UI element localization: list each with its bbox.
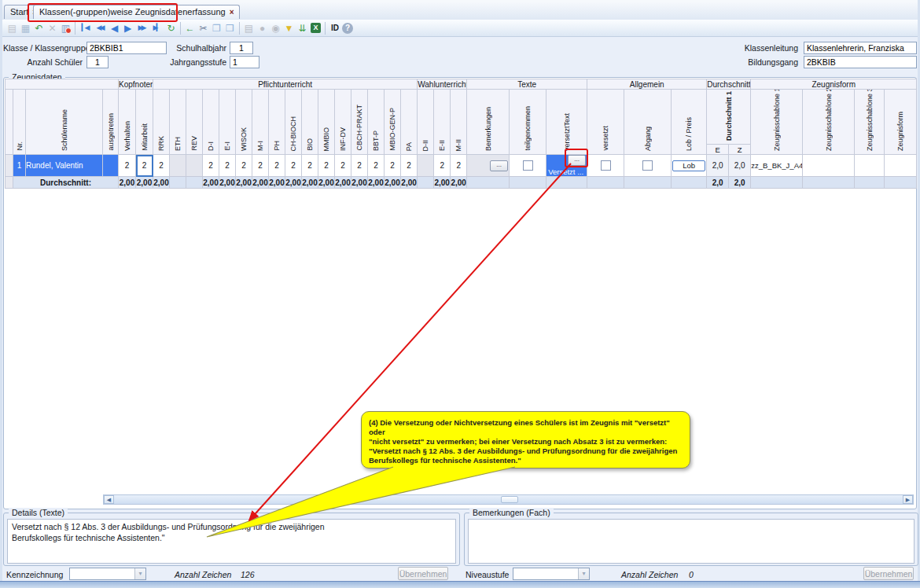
nav-fast-next-icon[interactable]: ▶▶ [134, 21, 149, 35]
header-d1[interactable]: D-I [203, 90, 219, 155]
cell-zschab2[interactable] [803, 155, 855, 177]
paste-icon[interactable]: ❒ [223, 21, 237, 35]
header-nr[interactable]: Nr. [13, 90, 26, 155]
copy-icon[interactable]: ❐ [210, 21, 223, 35]
horizontal-scrollbar[interactable]: ◀ ▶ [103, 494, 914, 505]
niveaustufe-combo[interactable]: ▾ [513, 568, 590, 580]
edit-record-icon[interactable]: ▥ [59, 21, 72, 35]
scroll-right-icon[interactable]: ▶ [903, 495, 913, 504]
cell-rrk[interactable]: 2 [153, 155, 170, 177]
cell-m1[interactable]: 2 [252, 155, 269, 177]
kennzeichnung-combo[interactable]: ▾ [69, 568, 146, 580]
hint-icon[interactable]: ◉ [269, 21, 282, 35]
header-versetzt[interactable]: versetzt [587, 90, 624, 155]
cell-bio[interactable]: 2 [302, 155, 318, 177]
header-bbtp[interactable]: BBT-P [368, 90, 385, 155]
filter-icon[interactable]: ▼ [282, 21, 296, 35]
scroll-left-icon[interactable]: ◀ [104, 495, 114, 504]
chevron-down-icon[interactable]: ▾ [578, 568, 589, 579]
cell-wisok[interactable]: 2 [236, 155, 252, 177]
cell-m2[interactable]: 2 [451, 155, 467, 177]
header-rev[interactable]: REV [186, 90, 203, 155]
uebernehmen2-button[interactable]: Übernehmen [863, 567, 914, 580]
cell-verhalten[interactable]: 2 [119, 155, 136, 177]
cell-d1[interactable]: 2 [203, 155, 219, 177]
cell-mbiogenp[interactable]: 2 [385, 155, 401, 177]
cell-infdv[interactable]: 2 [335, 155, 351, 177]
cell-versetztText[interactable]: ...Versetzt ... [546, 155, 587, 177]
bemerkungen-text-area[interactable] [468, 519, 914, 564]
cell-schuelername[interactable]: Rundel, Valentin [26, 155, 103, 177]
header-mitarbeit[interactable]: Mitarbeit [136, 90, 153, 155]
cell-bbtp[interactable]: 2 [368, 155, 385, 177]
subheader-avg_z[interactable]: Z [729, 145, 751, 155]
cell-zform[interactable] [885, 155, 917, 177]
header-bemerkungen[interactable]: Bemerkungen [467, 90, 510, 155]
checkbox-abgang[interactable] [642, 160, 653, 171]
header-chbioch[interactable]: CH-BIOCH [285, 90, 302, 155]
header-durchschnitt-1[interactable]: Durchschnitt 1 [707, 90, 751, 145]
header-e1[interactable]: E-I [219, 90, 236, 155]
undo-icon[interactable]: ↶ [32, 21, 46, 35]
column-transfer-icon[interactable]: ⇊ [296, 21, 309, 35]
delete-icon[interactable]: ✕ [46, 21, 59, 35]
details-text-area[interactable]: Versetzt nach § 12 Abs. 3 der Ausbildung… [7, 519, 456, 564]
header-cbchprakt[interactable]: CBCH-PRAKT [351, 90, 368, 155]
header-bio[interactable]: BIO [302, 90, 318, 155]
cell-ausgetreten[interactable] [103, 155, 119, 177]
bildungsgang-input[interactable] [804, 56, 917, 68]
cell-mmbio[interactable]: 2 [318, 155, 335, 177]
cut-icon[interactable]: ✂ [197, 21, 210, 35]
ellipsis-button-bemerkungen[interactable]: ... [490, 160, 508, 171]
nav-fast-prev-icon[interactable]: ◀◀ [93, 21, 108, 35]
excel-export-icon[interactable]: X [311, 23, 321, 33]
header-d2[interactable]: D-II [418, 90, 434, 155]
header-zschab2[interactable]: Zeugnisschablone 2 [803, 90, 855, 155]
cell-pa[interactable]: 2 [401, 155, 418, 177]
cell-cbchprakt[interactable]: 2 [351, 155, 368, 177]
header-e2[interactable]: E-II [434, 90, 451, 155]
header-versetztText[interactable]: versetztText [546, 90, 587, 155]
header-rrk[interactable]: RRK [153, 90, 170, 155]
new-record-icon[interactable]: ▤ [6, 21, 19, 35]
nav-last-icon[interactable]: ▶▎ [149, 21, 164, 35]
id-button[interactable]: ID [328, 21, 342, 35]
header-infdv[interactable]: INF-DV [335, 90, 351, 155]
header-zschab1[interactable]: Zeugnisschablone 1 [751, 90, 803, 155]
refresh-icon[interactable]: ↻ [164, 21, 178, 35]
cell-nr[interactable]: 1 [13, 155, 26, 177]
nav-next-icon[interactable]: ▶ [121, 21, 134, 35]
header-teilgenommen[interactable]: teilgenommen [510, 90, 546, 155]
cell-e2[interactable]: 2 [434, 155, 451, 177]
header-wisok[interactable]: WISOK [236, 90, 252, 155]
subheader-avg_e[interactable]: E [707, 145, 729, 155]
ellipsis-button-versetztText[interactable]: ... [568, 155, 586, 166]
header-zschab3[interactable]: Zeugnisschablone 3 [855, 90, 885, 155]
uebernehmen-button[interactable]: Übernehmen [398, 567, 448, 580]
cell-mitarbeit[interactable]: 2 [136, 155, 153, 177]
disc-icon[interactable]: ● [256, 21, 269, 35]
lob-preis-button[interactable]: Lob [672, 160, 705, 171]
header-m2[interactable]: M-II [451, 90, 467, 155]
header-lobpreis[interactable]: Lob / Preis [672, 90, 707, 155]
chevron-down-icon[interactable]: ▾ [134, 568, 145, 579]
cell-ph[interactable]: 2 [269, 155, 285, 177]
header-schuelername[interactable]: Schülername [26, 90, 103, 155]
cell-chbioch[interactable]: 2 [285, 155, 302, 177]
nav-first-icon[interactable]: ▎◀ [78, 21, 93, 35]
cell-e1[interactable]: 2 [219, 155, 236, 177]
header-pa[interactable]: PA [401, 90, 418, 155]
checkbox-teilgenommen[interactable] [523, 160, 533, 171]
nav-prev-icon[interactable]: ◀ [108, 21, 121, 35]
schulhalbjahr-input[interactable] [230, 42, 253, 54]
header-ph[interactable]: PH [269, 90, 285, 155]
header-zform[interactable]: Zeugnisform [885, 90, 917, 155]
jahrgangsstufe-input[interactable] [230, 56, 259, 68]
help-icon[interactable]: ? [342, 23, 353, 34]
scrollbar-thumb[interactable] [501, 496, 518, 503]
header-mmbio[interactable]: MMBIO [318, 90, 335, 155]
anzahl-schueler-input[interactable] [86, 56, 109, 68]
checkbox-versetzt[interactable] [601, 160, 611, 171]
klassenleitung-input[interactable] [804, 42, 917, 54]
header-eth[interactable]: ETH [170, 90, 186, 155]
